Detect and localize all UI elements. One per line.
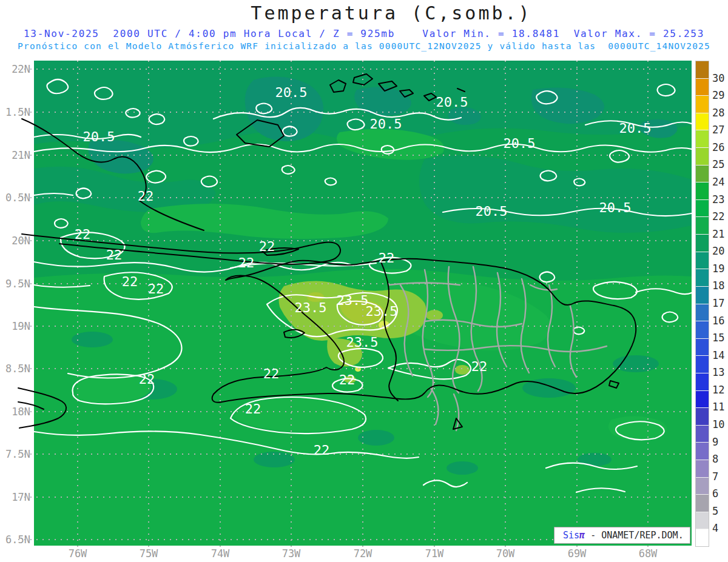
temperature-map-canvas: 20.520.520.520.520.520.520.520.522222222… (0, 0, 728, 562)
lon-tick-label: 75W (130, 547, 167, 560)
lon-tick-label: 73W (273, 547, 309, 560)
colorbar-swatch (696, 391, 709, 409)
colorbar-tick-label: 29 (712, 89, 724, 101)
colorbar-tick-label: 24 (712, 176, 724, 188)
colorbar-tick-label: 21 (712, 228, 724, 240)
colorbar-tick-label: 16 (712, 315, 724, 327)
colorbar-swatch (696, 495, 709, 512)
colorbar-tick-label: 8 (712, 453, 718, 465)
colorbar-swatch (696, 304, 709, 322)
colorbar-tick-label: 19 (712, 263, 724, 275)
lat-tick-label: 7.5N (0, 448, 30, 460)
lat-tick-label: 20N (0, 235, 30, 247)
colorbar-swatch (696, 426, 709, 443)
colorbar-tick-label: 11 (712, 401, 724, 413)
colorbar-swatch (696, 443, 709, 460)
colorbar-swatch (696, 166, 709, 183)
colorbar-swatch (696, 217, 709, 235)
credit-sis: Sis (563, 530, 579, 541)
weather-map-page: Temperatura (C,somb.) 13-Nov-2025 2000 U… (0, 0, 728, 562)
colorbar-tick-label: 28 (712, 107, 724, 119)
colorbar-swatch (696, 200, 709, 218)
contour-label: 22 (148, 281, 164, 296)
colorbar-swatch (696, 130, 709, 148)
contour-label: 22 (471, 359, 488, 374)
colorbar-swatch (696, 287, 709, 304)
colorbar-tick-label: 15 (712, 332, 724, 344)
contour-label: 20.5 (476, 204, 508, 219)
contour-label: 22 (238, 255, 255, 270)
contour-label: 22 (122, 274, 138, 289)
colorbar-swatch (696, 61, 709, 79)
colorbar-swatch (696, 96, 709, 113)
colorbar-tick-label: 18 (712, 279, 724, 292)
contour-label: 20.5 (599, 200, 632, 215)
contour-label: 22 (138, 189, 154, 204)
lon-tick-label: 68W (630, 547, 666, 560)
colorbar-swatch (696, 79, 709, 96)
colorbar-tick-label: 13 (712, 366, 724, 378)
credit-pi-icon: π (579, 530, 585, 541)
colorbar-tick-label: 23 (712, 193, 724, 206)
lon-tick-label: 70W (487, 547, 524, 560)
contour-label: 22 (75, 227, 91, 242)
contour-label: 22 (106, 247, 123, 263)
lat-tick-label: 19N (0, 320, 30, 332)
colorbar-swatch (696, 529, 709, 546)
contour-label: 20.5 (370, 116, 402, 132)
colorbar-tick-label: 7 (712, 470, 718, 483)
lon-tick-label: 76W (59, 547, 96, 560)
contour-label: 22 (139, 372, 155, 387)
colorbar-swatch (696, 321, 709, 339)
credit-text: - ONAMET/REP.DOM. (585, 530, 684, 541)
lon-tick-label: 71W (416, 547, 453, 560)
contour-label: 23.5 (366, 304, 398, 319)
colorbar-tick-label: 5 (712, 505, 718, 517)
colorbar-swatch (696, 148, 709, 166)
colorbar-tick-label: 12 (712, 384, 724, 396)
lat-tick-label: 1.5N (0, 106, 30, 118)
colorbar-swatch (696, 478, 709, 495)
lon-tick-label: 72W (345, 547, 381, 560)
contour-label: 22 (339, 372, 356, 387)
colorbar-tick-label: 26 (712, 141, 724, 153)
colorbar-tick-label: 25 (712, 158, 724, 170)
lat-tick-label: 6.5N (0, 534, 30, 546)
lat-tick-label: 8.5N (0, 363, 30, 375)
colorbar-swatch (696, 408, 709, 426)
colorbar-swatch (696, 356, 709, 373)
colorbar-tick-label: 17 (712, 297, 724, 309)
contour-label: 20.5 (83, 129, 115, 144)
colorbar-tick-label: 9 (712, 436, 718, 448)
colorbar-swatch (696, 339, 709, 356)
colorbar-tick-label: 27 (712, 124, 724, 136)
colorbar-tick-label: 4 (712, 522, 718, 534)
contour-label: 22 (245, 401, 261, 416)
contour-label: 23.5 (295, 300, 327, 315)
colorbar-swatch (696, 113, 709, 131)
contour-label: 20.5 (436, 95, 468, 110)
contour-label: 22 (314, 443, 330, 458)
colorbar-swatch (696, 460, 709, 478)
contour-label: 20.5 (619, 121, 652, 136)
colorbar-tick-label: 10 (712, 418, 724, 430)
contour-label: 22 (379, 250, 395, 266)
colorbar-tick-label: 30 (712, 72, 724, 84)
colorbar-swatch (696, 373, 709, 391)
colorbar-swatch (696, 235, 709, 252)
lat-tick-label: 21N (0, 149, 30, 161)
colorbar-swatches (695, 61, 709, 547)
lon-tick-label: 74W (202, 547, 238, 560)
contour-label: 20.5 (275, 85, 308, 100)
lat-tick-label: 0.5N (0, 192, 30, 204)
lat-tick-label: 9.5N (0, 278, 30, 290)
colorbar-tick-label: 14 (712, 349, 724, 361)
colorbar-swatch (696, 512, 709, 530)
colorbar-swatch (696, 269, 709, 287)
lat-tick-label: 17N (0, 491, 30, 503)
lon-tick-label: 69W (559, 547, 595, 560)
lat-tick-label: 22N (0, 63, 30, 75)
contour-label: 23.5 (346, 335, 379, 350)
contour-label: 20.5 (504, 136, 536, 151)
contour-label: 22 (259, 239, 275, 254)
